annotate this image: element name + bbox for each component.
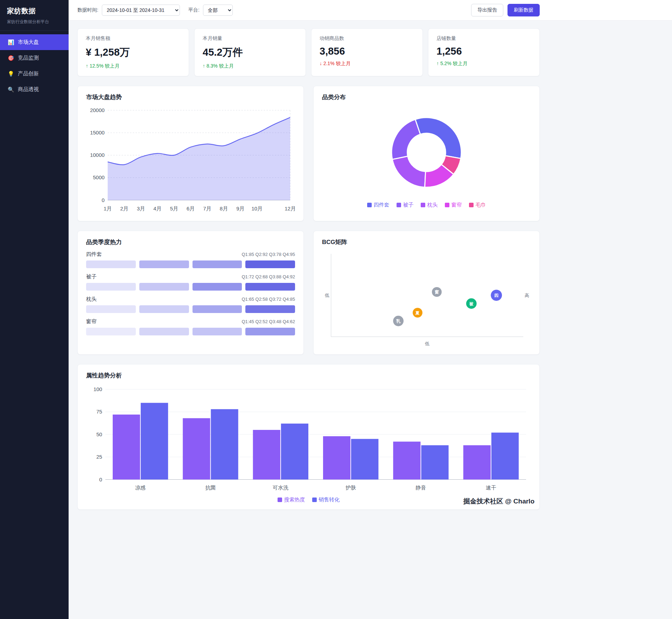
heatmap-row-label: 被子 (86, 273, 97, 280)
bar (421, 445, 448, 480)
legend-swatch-icon (312, 498, 317, 502)
legend-item[interactable]: 窗帘 (445, 202, 462, 208)
charts-row-1: 市场大盘趋势 050001000015000200001月2月3月4月5月6月7… (77, 86, 540, 221)
sidebar-item-label: 市场大盘 (18, 39, 39, 46)
platform-select[interactable]: 全部 (203, 5, 233, 16)
svg-text:夏: 夏 (415, 311, 420, 315)
kpi-value: 1,256 (436, 46, 531, 57)
heatmap-cell (245, 305, 295, 313)
bar (463, 445, 491, 480)
bcg-bubble: 乳 (393, 316, 404, 326)
sidebar-nav: 📊 市场大盘 🎯 竞品监测 💡 产品创新 🔍 商品透视 (0, 31, 69, 97)
svg-text:3月: 3月 (137, 206, 145, 211)
bcg-bubble: 夏 (413, 308, 422, 318)
sidebar-item-label: 产品创新 (18, 70, 39, 77)
legend-swatch-icon (445, 203, 449, 207)
svg-text:15000: 15000 (90, 130, 104, 135)
topbar: 数据时间: 2024-10-01 至 2024-10-31 平台: 全部 导出报… (69, 0, 672, 21)
legend-item[interactable]: 枕头 (421, 202, 438, 208)
svg-text:12月: 12月 (285, 206, 295, 211)
sidebar-item-label: 商品透视 (18, 86, 39, 93)
svg-text:100: 100 (93, 386, 102, 392)
donut-chart-svg (322, 106, 531, 199)
legend-swatch-icon (278, 498, 282, 502)
svg-text:窗: 窗 (435, 290, 439, 295)
heatmap-row-values: Q1:85 Q2:92 Q3:78 Q4:95 (242, 252, 295, 257)
svg-text:四: 四 (494, 293, 498, 298)
heatmap-cell (86, 305, 136, 313)
kpi-label: 本月销量 (203, 35, 298, 42)
legend-label: 搜索热度 (284, 496, 305, 503)
bar (393, 441, 420, 479)
svg-text:0: 0 (99, 477, 102, 482)
legend-item[interactable]: 四件套 (367, 202, 390, 208)
quarter-heat-card: 品类季度热力 四件套Q1:85 Q2:92 Q3:78 Q4:95被子Q1:72… (77, 231, 304, 355)
export-report-button[interactable]: 导出报告 (471, 4, 503, 16)
kpi-card-active-products: 动销商品数 3,856 ↓ 2.1% 较上月 (311, 28, 423, 76)
kpi-label: 动销商品数 (320, 35, 414, 42)
kpi-value: 45.2万件 (203, 46, 298, 60)
heatmap-cell (86, 328, 136, 335)
kpi-card-monthly-volume: 本月销量 45.2万件 ↑ 8.3% 较上月 (194, 28, 306, 76)
bar (281, 424, 308, 480)
heatmap-cell (139, 328, 189, 335)
attr-trend-chart: 0255075100凉感抗菌可水洗护肤静音速干搜索热度销售转化 (86, 384, 531, 503)
market-trend-chart: 050001000015000200001月2月3月4月5月6月7月8月9月10… (86, 106, 295, 215)
card-title: 属性趋势分析 (86, 371, 531, 380)
sidebar-item-market-overview[interactable]: 📊 市场大盘 (0, 34, 69, 50)
svg-text:20000: 20000 (90, 107, 104, 113)
category-share-chart: 四件套被子枕头窗帘毛巾 (322, 106, 531, 208)
svg-text:凉感: 凉感 (135, 485, 146, 491)
svg-text:50: 50 (96, 431, 102, 437)
svg-text:可水洗: 可水洗 (273, 485, 288, 491)
kpi-delta: ↓ 2.1% 较上月 (320, 61, 414, 67)
legend-item[interactable]: 销售转化 (312, 496, 340, 503)
legend-item[interactable]: 搜索热度 (278, 496, 305, 503)
svg-text:0: 0 (102, 197, 104, 203)
bar (351, 439, 378, 480)
svg-text:9月: 9月 (236, 206, 244, 211)
card-title: 市场大盘趋势 (86, 93, 295, 101)
heatmap-cell (245, 328, 295, 335)
svg-text:速干: 速干 (486, 485, 496, 491)
heatmap-row-label: 枕头 (86, 296, 97, 302)
bar (183, 418, 210, 479)
sidebar-item-product-innovation[interactable]: 💡 产品创新 (0, 66, 69, 82)
heatmap-cell (139, 260, 189, 268)
heatmap-row-values: Q1:65 Q2:58 Q3:72 Q4:85 (242, 297, 295, 302)
sidebar-header: 家纺数据 家纺行业数据分析平台 (0, 0, 69, 31)
sidebar-item-label: 竞品监测 (18, 55, 39, 61)
legend-item[interactable]: 毛巾 (469, 202, 486, 208)
svg-text:2月: 2月 (120, 206, 128, 211)
sidebar-item-product-insight[interactable]: 🔍 商品透视 (0, 82, 69, 97)
sidebar-item-competitor-monitor[interactable]: 🎯 竞品监测 (0, 50, 69, 66)
svg-text:75: 75 (96, 409, 102, 415)
svg-text:8月: 8月 (220, 206, 228, 211)
legend-item[interactable]: 被子 (397, 202, 414, 208)
heatmap-cell (245, 283, 295, 291)
heatmap-cell (192, 260, 242, 268)
heatmap-row: 四件套Q1:85 Q2:92 Q3:78 Q4:95 (86, 251, 295, 268)
svg-text:7月: 7月 (203, 206, 211, 211)
watermark: 掘金技术社区 @ Charlo (463, 497, 534, 506)
donut-segment (392, 119, 420, 159)
bar (491, 433, 519, 480)
target-icon: 🎯 (8, 55, 14, 61)
bcg-left-axis-label: 低 (324, 293, 329, 298)
svg-text:10000: 10000 (90, 152, 104, 158)
heatmap-cell (192, 305, 242, 313)
svg-text:10月: 10月 (252, 206, 263, 211)
date-range-select[interactable]: 2024-10-01 至 2024-10-31 (102, 5, 180, 16)
bcg-right-axis-label: 高 (525, 293, 529, 298)
legend-label: 枕头 (427, 202, 438, 208)
heatmap-row-label: 四件套 (86, 251, 102, 258)
bcg-bubble: 被 (466, 299, 477, 309)
bar (253, 430, 280, 480)
date-range-label: 数据时间: (77, 7, 98, 13)
svg-text:护肤: 护肤 (345, 485, 356, 491)
bar (323, 436, 350, 480)
kpi-label: 本月销售额 (86, 35, 181, 42)
heatmap-cell (245, 260, 295, 268)
refresh-data-button[interactable]: 刷新数据 (507, 4, 540, 16)
bcg-chart-svg: 低高低四被窗夏乳 (322, 251, 531, 348)
